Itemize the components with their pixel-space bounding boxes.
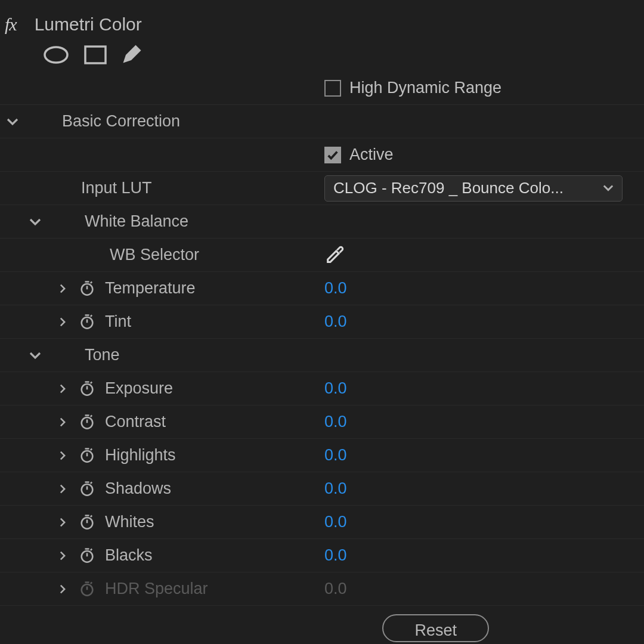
param-label: Highlights <box>105 446 176 465</box>
active-row: Active <box>0 138 644 172</box>
chevron-down-icon <box>5 114 20 129</box>
contrast-value[interactable]: 0.0 <box>324 413 347 431</box>
temperature-value[interactable]: 0.0 <box>324 279 347 298</box>
active-checkbox-label: Active <box>349 145 394 164</box>
svg-rect-1 <box>85 47 106 63</box>
active-checkbox[interactable] <box>324 147 341 163</box>
contrast-row: Contrast 0.0 <box>0 405 644 439</box>
pen-mask-icon[interactable] <box>120 44 142 66</box>
svg-point-3 <box>82 317 93 329</box>
reset-button[interactable]: Reset <box>382 614 489 642</box>
param-label: Temperature <box>105 279 196 298</box>
svg-point-5 <box>82 417 93 429</box>
stopwatch-icon[interactable] <box>79 547 97 565</box>
chevron-right-icon[interactable] <box>55 581 70 597</box>
stopwatch-icon[interactable] <box>79 413 97 431</box>
chevron-right-icon[interactable] <box>55 548 70 564</box>
highlights-value[interactable]: 0.0 <box>324 446 347 465</box>
chevron-right-icon[interactable] <box>55 414 70 430</box>
input-lut-dropdown[interactable]: CLOG - Rec709 _ Bounce Colo... <box>324 175 623 202</box>
highlights-row: Highlights 0.0 <box>0 439 644 472</box>
temperature-row: Temperature 0.0 <box>0 272 644 305</box>
chevron-right-icon[interactable] <box>55 281 70 296</box>
section-label: White Balance <box>85 212 188 231</box>
chevron-right-icon[interactable] <box>55 481 70 497</box>
svg-point-9 <box>82 551 93 562</box>
svg-point-0 <box>45 47 67 63</box>
stopwatch-icon[interactable] <box>79 313 97 331</box>
hdr-row: High Dynamic Range <box>0 72 644 105</box>
section-label: Basic Correction <box>62 112 180 131</box>
param-label: Whites <box>105 513 154 531</box>
param-label: Exposure <box>105 379 173 398</box>
svg-point-8 <box>82 518 93 529</box>
chevron-down-icon <box>27 214 43 230</box>
chevron-down-icon <box>27 348 43 363</box>
stopwatch-icon[interactable] <box>79 447 97 465</box>
exposure-row: Exposure 0.0 <box>0 372 644 405</box>
eyedropper-icon[interactable] <box>324 245 345 265</box>
white-balance-section[interactable]: White Balance <box>0 205 644 239</box>
svg-point-7 <box>82 484 93 496</box>
basic-correction-section[interactable]: Basic Correction <box>0 105 644 138</box>
mask-tools <box>0 38 644 72</box>
chevron-down-icon <box>603 179 614 197</box>
whites-value[interactable]: 0.0 <box>324 513 347 531</box>
param-label: Blacks <box>105 546 153 565</box>
rectangle-mask-icon[interactable] <box>83 45 107 65</box>
wb-selector-row: WB Selector <box>0 239 644 272</box>
svg-point-4 <box>82 384 93 395</box>
blacks-row: Blacks 0.0 <box>0 539 644 572</box>
tone-section[interactable]: Tone <box>0 339 644 372</box>
reset-row: Reset <box>0 606 644 642</box>
lumetri-panel: fx Lumetri Color High Dynamic Range Basi… <box>0 0 644 644</box>
input-lut-label: Input LUT <box>81 179 152 197</box>
tint-row: Tint 0.0 <box>0 305 644 339</box>
stopwatch-icon[interactable] <box>79 513 97 531</box>
chevron-right-icon[interactable] <box>55 314 70 330</box>
shadows-value[interactable]: 0.0 <box>324 479 347 498</box>
stopwatch-icon[interactable] <box>79 380 97 398</box>
blacks-value[interactable]: 0.0 <box>324 546 347 565</box>
svg-point-10 <box>82 584 93 596</box>
hdr-checkbox-label: High Dynamic Range <box>349 79 501 97</box>
shadows-row: Shadows 0.0 <box>0 472 644 506</box>
section-label: Tone <box>85 346 120 364</box>
hdr-checkbox[interactable] <box>324 80 341 97</box>
chevron-right-icon[interactable] <box>55 381 70 397</box>
whites-row: Whites 0.0 <box>0 506 644 539</box>
stopwatch-icon[interactable] <box>79 480 97 498</box>
param-label: Shadows <box>105 479 171 498</box>
stopwatch-icon <box>79 580 97 598</box>
hdr-specular-row: HDR Specular 0.0 <box>0 572 644 606</box>
svg-point-6 <box>82 451 93 462</box>
param-label: HDR Specular <box>105 580 208 598</box>
chevron-right-icon[interactable] <box>55 448 70 463</box>
input-lut-row: Input LUT CLOG - Rec709 _ Bounce Colo... <box>0 172 644 205</box>
param-label: Contrast <box>105 413 166 431</box>
ellipse-mask-icon[interactable] <box>42 45 70 65</box>
stopwatch-icon[interactable] <box>79 280 97 298</box>
input-lut-value: CLOG - Rec709 _ Bounce Colo... <box>333 179 564 197</box>
param-label: Tint <box>105 312 131 331</box>
fx-icon[interactable]: fx <box>5 14 17 35</box>
exposure-value[interactable]: 0.0 <box>324 379 347 398</box>
wb-selector-label: WB Selector <box>110 246 199 264</box>
hdr-specular-value: 0.0 <box>324 580 347 598</box>
chevron-right-icon[interactable] <box>55 515 70 530</box>
tint-value[interactable]: 0.0 <box>324 312 347 331</box>
effect-header: fx Lumetri Color <box>0 11 644 38</box>
effect-title: Lumetri Color <box>35 14 142 35</box>
